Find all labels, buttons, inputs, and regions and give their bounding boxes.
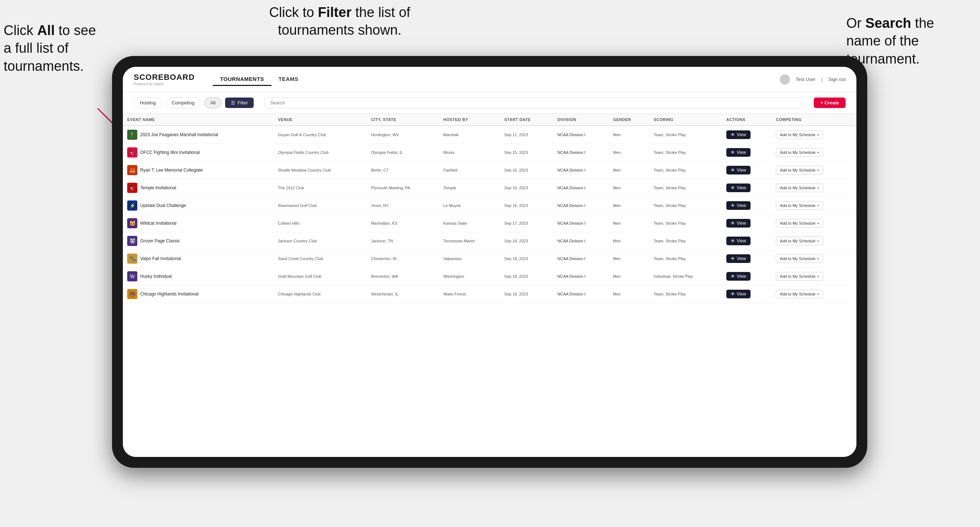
event-logo-9: 🐻 <box>127 289 137 299</box>
actions-cell-6: 👁 View <box>722 232 772 250</box>
actions-cell-8: 👁 View <box>722 268 772 285</box>
eye-icon-3: 👁 <box>731 185 735 190</box>
gender-cell-6: Men <box>609 232 649 250</box>
add-schedule-button-0[interactable]: Add to My Schedule + <box>776 130 823 139</box>
event-logo-3: 🦅 <box>127 183 137 193</box>
venue-cell-0: Guyan Golf & Country Club <box>274 126 367 144</box>
competing-cell-5: Add to My Schedule + <box>772 214 856 232</box>
division-cell-8: NCAA Division I <box>553 268 609 285</box>
view-button-1[interactable]: 👁 View <box>726 148 751 157</box>
view-button-6[interactable]: 👁 View <box>726 237 751 245</box>
add-schedule-button-9[interactable]: Add to My Schedule + <box>776 290 823 298</box>
hosted-by-cell-3: Temple <box>439 179 500 197</box>
event-name-1: OFCC Fighting Illini Invitational <box>140 150 200 155</box>
eye-icon-4: 👁 <box>731 203 735 208</box>
signout-link[interactable]: Sign out <box>828 76 846 82</box>
view-button-9[interactable]: 👁 View <box>726 290 751 298</box>
table-row: 🦊 Ryan T. Lee Memorial Collegiate Shuttl… <box>123 162 856 179</box>
event-logo-4: ⚡ <box>127 200 137 211</box>
gender-cell-2: Men <box>609 162 649 179</box>
col-hosted-by: HOSTED BY <box>439 114 500 126</box>
filter-button[interactable]: ☰ Filter <box>225 97 254 108</box>
separator: | <box>821 76 822 82</box>
division-cell-4: NCAA Division I <box>553 197 609 214</box>
annotation-topright: Or Search the name of the tournament. <box>846 14 969 68</box>
scoring-cell-2: Team, Stroke Play <box>649 162 722 179</box>
annotation-topleft: Click All to see a full list of tourname… <box>3 22 97 75</box>
nav-tab-teams[interactable]: TEAMS <box>271 73 306 86</box>
view-button-7[interactable]: 👁 View <box>726 254 751 263</box>
actions-cell-2: 👁 View <box>722 162 772 179</box>
event-name-cell: 🐺 Grover Page Classic <box>123 232 274 250</box>
division-cell-0: NCAA Division I <box>553 126 609 144</box>
actions-cell-5: 👁 View <box>722 214 772 232</box>
division-cell-1: NCAA Division I <box>553 144 609 162</box>
add-schedule-button-7[interactable]: Add to My Schedule + <box>776 254 823 263</box>
plus-icon-5: + <box>817 221 819 225</box>
competing-button[interactable]: Competing <box>165 97 200 108</box>
view-button-5[interactable]: 👁 View <box>726 219 751 227</box>
actions-cell-9: 👁 View <box>722 285 772 303</box>
competing-cell-6: Add to My Schedule + <box>772 232 856 250</box>
add-schedule-button-6[interactable]: Add to My Schedule + <box>776 237 823 245</box>
view-button-0[interactable]: 👁 View <box>726 130 751 139</box>
table-row: W Husky Individual Gold Mountain Golf Cl… <box>123 268 856 285</box>
col-competing: COMPETING <box>772 114 856 126</box>
filter-icon: ☰ <box>231 100 235 105</box>
scoring-cell-4: Team, Stroke Play <box>649 197 722 214</box>
plus-icon-2: + <box>817 168 819 172</box>
add-schedule-button-8[interactable]: Add to My Schedule + <box>776 272 823 281</box>
plus-icon-4: + <box>817 203 819 208</box>
user-name: Test User <box>796 76 816 82</box>
start-date-cell-1: Sep 15, 2023 <box>500 144 553 162</box>
actions-cell-3: 👁 View <box>722 179 772 197</box>
start-date-cell-9: Sep 18, 2023 <box>500 285 553 303</box>
view-button-3[interactable]: 👁 View <box>726 184 751 192</box>
city-state-cell-4: Victor, NY <box>367 197 439 214</box>
plus-icon-9: + <box>817 292 819 296</box>
nav-tab-tournaments[interactable]: TOURNAMENTS <box>213 73 271 86</box>
eye-icon-2: 👁 <box>731 168 735 173</box>
actions-cell-0: 👁 View <box>722 126 772 144</box>
city-state-cell-3: Plymouth Meeting, PA <box>367 179 439 197</box>
col-actions: ACTIONS <box>722 114 772 126</box>
hosting-button[interactable]: Hosting <box>134 97 162 108</box>
plus-icon-1: + <box>817 150 819 155</box>
competing-cell-9: Add to My Schedule + <box>772 285 856 303</box>
add-schedule-button-5[interactable]: Add to My Schedule + <box>776 219 823 227</box>
plus-icon-8: + <box>817 274 819 278</box>
all-button[interactable]: All <box>204 97 221 108</box>
competing-cell-0: Add to My Schedule + <box>772 126 856 144</box>
hosted-by-cell-9: Wake Forest <box>439 285 500 303</box>
venue-cell-2: Shuttle Meadow Country Club <box>274 162 367 179</box>
competing-cell-4: Add to My Schedule + <box>772 197 856 214</box>
gender-cell-3: Men <box>609 179 649 197</box>
scoring-cell-7: Team, Stroke Play <box>649 250 722 268</box>
view-button-8[interactable]: 👁 View <box>726 272 751 281</box>
create-button[interactable]: + Create <box>814 97 846 108</box>
search-input[interactable] <box>264 97 803 108</box>
event-name-0: 2023 Joe Feaganes Marshall Invitational <box>140 132 218 137</box>
event-name-cell: ⚡ Upstate Dual Challenge <box>123 197 274 214</box>
table-row: 🐻 Chicago Highlands Invitational Chicago… <box>123 285 856 303</box>
city-state-cell-1: Olympia Fields, IL <box>367 144 439 162</box>
actions-cell-1: 👁 View <box>722 144 772 162</box>
competing-cell-2: Add to My Schedule + <box>772 162 856 179</box>
start-date-cell-6: Sep 18, 2023 <box>500 232 553 250</box>
add-schedule-button-4[interactable]: Add to My Schedule + <box>776 201 823 210</box>
view-button-2[interactable]: 👁 View <box>726 166 751 175</box>
col-venue: VENUE <box>274 114 367 126</box>
hosted-by-cell-7: Valparaiso <box>439 250 500 268</box>
scoring-cell-0: Team, Stroke Play <box>649 126 722 144</box>
view-button-4[interactable]: 👁 View <box>726 201 751 210</box>
add-schedule-button-1[interactable]: Add to My Schedule + <box>776 148 823 157</box>
add-schedule-button-2[interactable]: Add to My Schedule + <box>776 166 823 175</box>
event-name-cell: 🐾 Valpo Fall Invitational <box>123 250 274 268</box>
eye-icon-8: 👁 <box>731 274 735 279</box>
table-row: 🦅 Temple Invitational The 1912 Club Plym… <box>123 179 856 197</box>
event-name-cell: 🦅 Temple Invitational <box>123 179 274 197</box>
table-row: ⚡ Upstate Dual Challenge Ravenwood Golf … <box>123 197 856 214</box>
add-schedule-button-3[interactable]: Add to My Schedule + <box>776 184 823 192</box>
col-division: DIVISION <box>553 114 609 126</box>
hosted-by-cell-5: Kansas State <box>439 214 500 232</box>
